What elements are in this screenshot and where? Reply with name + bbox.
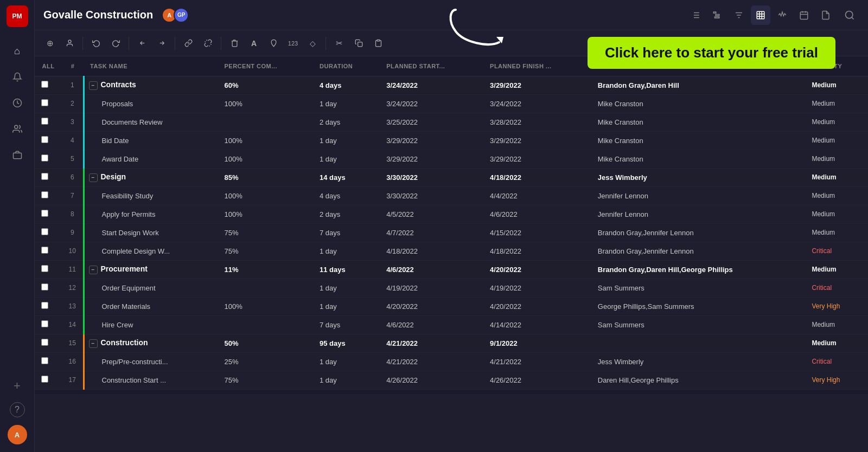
row-task-name[interactable]: −Contracts bbox=[84, 76, 218, 94]
row-checkbox[interactable] bbox=[35, 76, 62, 94]
cut-button[interactable]: ✂ bbox=[330, 35, 348, 52]
font-button[interactable]: A bbox=[245, 35, 263, 52]
view-waveform[interactable] bbox=[773, 5, 792, 25]
cta-banner[interactable]: Click here to start your free trial bbox=[588, 37, 835, 69]
table-row[interactable]: 1 −Contracts 60% 4 days 3/24/2022 3/29/2… bbox=[35, 76, 868, 94]
table-row[interactable]: 6 −Design 85% 14 days 3/30/2022 4/18/202… bbox=[35, 168, 868, 186]
row-checkbox[interactable] bbox=[35, 260, 62, 279]
row-task-name[interactable]: −Design bbox=[84, 168, 218, 186]
view-table[interactable] bbox=[751, 5, 770, 25]
row-task-name[interactable]: −Procurement bbox=[84, 260, 218, 279]
table-row[interactable]: 15 −Construction 50% 95 days 4/21/2022 9… bbox=[35, 334, 868, 352]
view-filter[interactable] bbox=[729, 5, 749, 25]
table-row[interactable]: 3 Documents Review 2 days 3/25/2022 3/28… bbox=[35, 113, 868, 131]
table-row[interactable]: 2 Proposals 100% 1 day 3/24/2022 3/24/20… bbox=[35, 94, 868, 113]
row-task-name[interactable]: Order Equipment bbox=[84, 279, 218, 297]
user-avatar[interactable]: A bbox=[8, 425, 27, 444]
table-row[interactable]: 5 Award Date 100% 1 day 3/29/2022 3/29/2… bbox=[35, 150, 868, 168]
row-checkbox[interactable] bbox=[35, 334, 62, 352]
col-duration[interactable]: DURATION bbox=[313, 56, 380, 76]
row-task-name[interactable]: Feasibility Study bbox=[84, 186, 218, 205]
sidebar-item-people[interactable] bbox=[7, 118, 28, 140]
table-row[interactable]: 11 −Procurement 11% 11 days 4/6/2022 4/2… bbox=[35, 260, 868, 279]
col-percent[interactable]: PERCENT COM... bbox=[218, 56, 313, 76]
row-planned-start: 4/7/2022 bbox=[380, 223, 483, 242]
row-task-name[interactable]: Award Date bbox=[84, 150, 218, 168]
table-row[interactable]: 9 Start Design Work 75% 7 days 4/7/2022 … bbox=[35, 223, 868, 242]
row-checkbox[interactable] bbox=[35, 371, 62, 389]
row-checkbox[interactable] bbox=[35, 131, 62, 150]
row-checkbox[interactable] bbox=[35, 315, 62, 334]
row-checkbox[interactable] bbox=[35, 297, 62, 315]
row-task-name[interactable]: Order Materials bbox=[84, 297, 218, 315]
view-calendar[interactable] bbox=[794, 5, 814, 25]
row-task-name[interactable]: Hire Crew bbox=[84, 315, 218, 334]
row-task-name[interactable]: Construction Start ... bbox=[84, 371, 218, 389]
app-logo[interactable]: PM bbox=[7, 5, 28, 27]
sidebar-item-add[interactable]: + bbox=[7, 375, 28, 397]
row-planned-finish: 4/18/2022 bbox=[483, 242, 591, 260]
avatar-gp[interactable]: GP bbox=[174, 8, 189, 23]
table-row[interactable]: 4 Bid Date 100% 1 day 3/29/2022 3/29/202… bbox=[35, 131, 868, 150]
sidebar-item-help[interactable]: ? bbox=[10, 402, 25, 417]
table-row[interactable]: 7 Feasibility Study 100% 4 days 3/30/202… bbox=[35, 186, 868, 205]
col-planned-start[interactable]: PLANNED START... bbox=[380, 56, 483, 76]
row-task-name[interactable]: Proposals bbox=[84, 94, 218, 113]
sidebar-item-time[interactable] bbox=[7, 92, 28, 114]
sidebar-item-notifications[interactable] bbox=[7, 66, 28, 88]
table-row[interactable]: 8 Apply for Permits 100% 2 days 4/5/2022… bbox=[35, 205, 868, 223]
add-task-button[interactable]: ⊕ bbox=[41, 35, 59, 52]
row-checkbox[interactable] bbox=[35, 150, 62, 168]
copy-button[interactable] bbox=[350, 35, 367, 52]
row-checkbox[interactable] bbox=[35, 186, 62, 205]
row-percent: 75% bbox=[218, 223, 313, 242]
view-list[interactable] bbox=[686, 5, 705, 25]
delete-button[interactable] bbox=[226, 35, 243, 52]
table-row[interactable]: 16 Prep/Pre-constructi... 25% 1 day 4/21… bbox=[35, 352, 868, 371]
row-task-name[interactable]: Bid Date bbox=[84, 131, 218, 150]
row-checkbox[interactable] bbox=[35, 205, 62, 223]
row-task-name[interactable]: Documents Review bbox=[84, 113, 218, 131]
color-button[interactable] bbox=[265, 35, 282, 52]
sidebar-item-portfolio[interactable] bbox=[7, 144, 28, 166]
view-gantt[interactable] bbox=[707, 5, 727, 25]
row-percent: 100% bbox=[218, 94, 313, 113]
row-planned-start: 4/20/2022 bbox=[380, 297, 483, 315]
row-checkbox[interactable] bbox=[35, 279, 62, 297]
row-checkbox[interactable] bbox=[35, 223, 62, 242]
row-task-name[interactable]: Complete Design W... bbox=[84, 242, 218, 260]
table-row[interactable]: 13 Order Materials 100% 1 day 4/20/2022 … bbox=[35, 297, 868, 315]
row-task-name[interactable]: −Construction bbox=[84, 334, 218, 352]
row-priority: Medium bbox=[805, 205, 868, 223]
number-button[interactable]: 123 bbox=[284, 35, 302, 52]
sidebar-item-home[interactable]: ⌂ bbox=[7, 40, 28, 62]
col-all[interactable]: ALL bbox=[35, 56, 62, 76]
table-row[interactable]: 17 Construction Start ... 75% 1 day 4/26… bbox=[35, 371, 868, 389]
row-checkbox[interactable] bbox=[35, 352, 62, 371]
unlink-button[interactable] bbox=[199, 35, 216, 52]
row-checkbox[interactable] bbox=[35, 168, 62, 186]
col-planned-finish[interactable]: PLANNED FINISH ... bbox=[483, 56, 591, 76]
row-task-name[interactable]: Start Design Work bbox=[84, 223, 218, 242]
outdent-button[interactable] bbox=[133, 35, 151, 52]
table-row[interactable]: 10 Complete Design W... 75% 1 day 4/18/2… bbox=[35, 242, 868, 260]
table-row[interactable]: 12 Order Equipment 1 day 4/19/2022 4/19/… bbox=[35, 279, 868, 297]
col-task-name[interactable]: TASK NAME bbox=[84, 56, 218, 76]
table-row[interactable]: 14 Hire Crew 7 days 4/6/2022 4/14/2022 S… bbox=[35, 315, 868, 334]
view-document[interactable] bbox=[816, 5, 835, 25]
row-task-name[interactable]: Prep/Pre-constructi... bbox=[84, 352, 218, 371]
link-button[interactable] bbox=[180, 35, 197, 52]
add-person-button[interactable] bbox=[61, 35, 78, 52]
undo-button[interactable] bbox=[87, 35, 105, 52]
paste-button[interactable] bbox=[369, 35, 387, 52]
shape-button[interactable]: ◇ bbox=[304, 35, 321, 52]
row-checkbox[interactable] bbox=[35, 94, 62, 113]
row-checkbox[interactable] bbox=[35, 113, 62, 131]
indent-button[interactable] bbox=[153, 35, 170, 52]
row-checkbox[interactable] bbox=[35, 242, 62, 260]
row-duration: 1 day bbox=[313, 131, 380, 150]
search-icon[interactable] bbox=[840, 5, 859, 25]
row-percent: 100% bbox=[218, 131, 313, 150]
redo-button[interactable] bbox=[107, 35, 124, 52]
row-task-name[interactable]: Apply for Permits bbox=[84, 205, 218, 223]
